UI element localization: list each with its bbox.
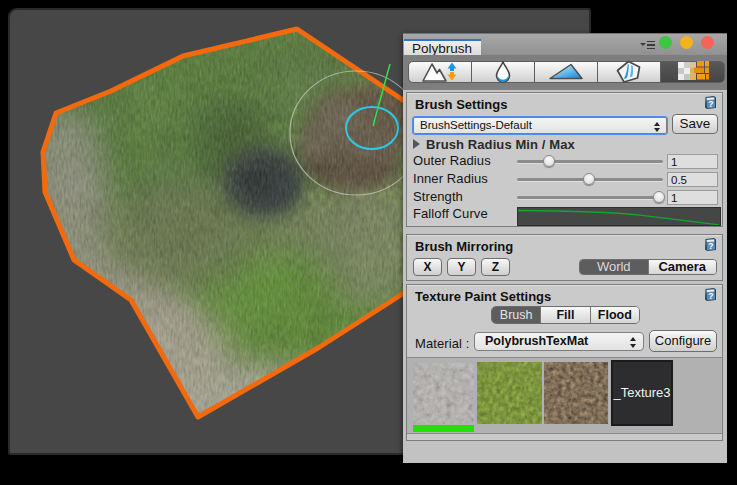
svg-text:?: ? xyxy=(708,99,713,109)
svg-text:?: ? xyxy=(708,291,713,301)
svg-text:?: ? xyxy=(708,241,713,251)
